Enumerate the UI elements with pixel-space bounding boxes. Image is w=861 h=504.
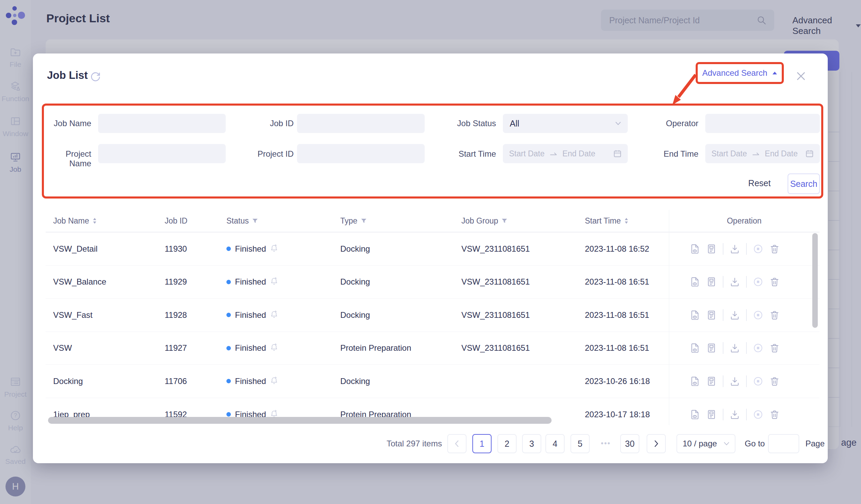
download-icon[interactable] [730,277,740,287]
download-icon[interactable] [730,409,740,420]
cell-type: Docking [340,310,370,320]
delete-icon[interactable] [769,244,780,254]
cell-start-time: 2023-11-08 16:52 [585,244,649,254]
view-file-icon[interactable] [690,343,700,353]
end-time-range-picker[interactable]: Start Date End Date [705,144,820,163]
job-id-input[interactable] [297,114,425,133]
vertical-scrollbar[interactable] [812,233,818,328]
view-file-icon[interactable] [690,244,700,254]
goto-page-input[interactable] [768,434,799,453]
delete-icon[interactable] [769,343,780,353]
cell-job-id: 11706 [165,376,187,386]
cell-status: Finished [226,277,278,287]
refresh-icon[interactable] [90,71,101,84]
filter-funnel-icon[interactable] [361,218,367,224]
column-status[interactable]: Status [226,210,258,232]
job-log-icon[interactable] [706,409,717,420]
page-size-value: 10 / page [683,439,717,448]
job-log-icon[interactable] [706,376,717,386]
pagination-page-5[interactable]: 5 [570,434,590,453]
modal-advanced-search-button[interactable]: Advanced Search [696,62,784,84]
operation-divider [723,243,723,255]
operator-input[interactable] [705,114,820,133]
job-name-input[interactable] [98,114,226,133]
download-icon[interactable] [730,244,740,254]
cell-job-id: 11929 [165,277,187,287]
end-date-placeholder: End Date [765,149,798,158]
delete-icon[interactable] [769,310,780,320]
notify-bell-icon[interactable] [270,244,278,254]
search-button[interactable]: Search [788,173,820,194]
delete-icon[interactable] [769,376,780,386]
operation-divider [746,375,747,387]
filter-funnel-icon[interactable] [502,218,507,224]
chevron-up-filled-icon [772,71,777,75]
stop-job-icon[interactable] [753,277,763,287]
cell-start-time: 2023-11-08 16:51 [585,343,649,353]
close-icon[interactable] [795,70,807,82]
view-file-icon[interactable] [690,277,700,287]
column-job-name[interactable]: Job Name [53,210,97,232]
stop-job-icon[interactable] [753,244,763,254]
modal-advanced-search-label: Advanced Search [702,68,767,78]
download-icon[interactable] [730,376,740,386]
cell-job-group: VSW_2311081651 [461,343,530,353]
row-operations [690,243,780,255]
pagination-page-4[interactable]: 4 [545,434,565,453]
start-time-range-picker[interactable]: Start Date End Date [503,144,628,163]
stop-job-icon[interactable] [753,376,763,386]
horizontal-scrollbar[interactable] [48,417,552,424]
download-icon[interactable] [730,343,740,353]
status-text: Finished [235,310,266,320]
pagination-page-2[interactable]: 2 [497,434,517,453]
operation-divider [723,342,723,354]
cell-start-time: 2023-11-08 16:51 [585,310,649,320]
cell-job-id: 11927 [165,343,187,353]
job-log-icon[interactable] [706,310,717,320]
delete-icon[interactable] [769,409,780,420]
column-job-group[interactable]: Job Group [461,210,507,232]
view-file-icon[interactable] [690,310,700,320]
notify-bell-icon[interactable] [270,343,278,353]
operation-divider [723,375,723,387]
sort-icon[interactable] [624,217,628,224]
view-file-icon[interactable] [690,376,700,386]
pagination-prev-button[interactable] [447,434,467,453]
job-log-icon[interactable] [706,277,717,287]
job-log-icon[interactable] [706,343,717,353]
notify-bell-icon[interactable] [270,310,278,320]
status-dot [226,412,231,417]
stop-job-icon[interactable] [753,310,763,320]
download-icon[interactable] [730,310,740,320]
job-log-icon[interactable] [706,244,717,254]
filter-funnel-icon[interactable] [252,218,258,224]
operation-divider [723,409,723,420]
column-start-time[interactable]: Start Time [585,210,628,232]
job-status-select[interactable]: All [503,114,628,133]
project-id-input[interactable] [297,144,425,163]
status-dot [226,280,231,284]
stop-job-icon[interactable] [753,343,763,353]
table-row: VSW_Detail 11930 Finished Docking VSW_23… [46,232,819,266]
table-row: Docking 11706 Finished Docking 2023-10-2… [46,365,819,398]
pagination-page-30[interactable]: 30 [620,434,639,453]
notify-bell-icon[interactable] [270,376,278,386]
cell-status: Finished [226,343,278,353]
pagination-page-3[interactable]: 3 [522,434,541,453]
stop-job-icon[interactable] [753,409,763,420]
notify-bell-icon[interactable] [270,277,278,287]
row-operations [690,409,780,420]
project-name-input[interactable] [98,144,226,163]
delete-icon[interactable] [769,277,780,287]
job-name-label: Job Name [43,119,91,128]
pagination-ellipsis[interactable]: ••• [599,439,613,448]
pagination-page-1[interactable]: 1 [472,434,492,453]
view-file-icon[interactable] [690,409,700,420]
page-size-select[interactable]: 10 / page [676,434,735,453]
sort-icon[interactable] [93,217,97,224]
cell-status: Finished [226,244,278,254]
reset-button[interactable]: Reset [739,178,780,188]
column-operation-label: Operation [727,216,762,226]
column-type[interactable]: Type [340,210,367,232]
pagination-next-button[interactable] [647,434,666,453]
